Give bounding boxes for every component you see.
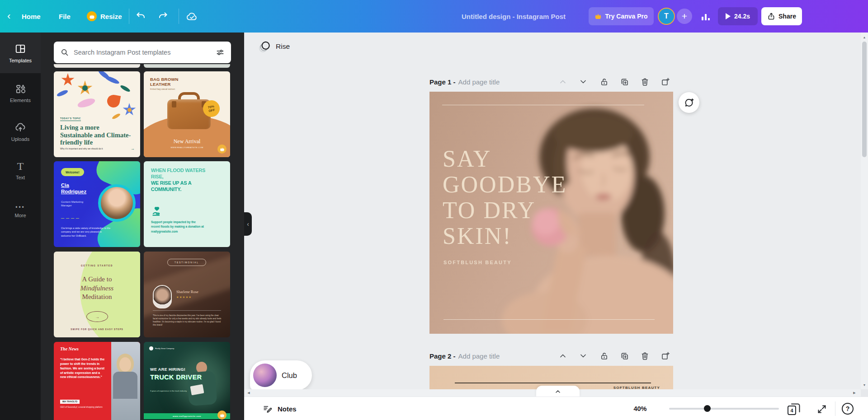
page2-title-placeholder[interactable]: Add page title [458,352,500,360]
scroll-down-arrow[interactable]: ▼ [861,381,868,388]
sidebar-item-elements[interactable]: Elements [0,73,41,112]
page1-add-page-button[interactable] [658,75,672,88]
template-tag: TODAY'S TOPIC [60,117,81,121]
page1-delete-button[interactable] [638,75,651,88]
sidebar-item-label: More [14,213,26,218]
page1-label[interactable]: Page 1 - [429,78,456,86]
fullscreen-button[interactable] [816,404,827,415]
template-thumbnail-sustainable[interactable]: TODAY'S TOPIC Living a more Sustainable … [54,71,140,157]
text-icon: T [17,161,24,172]
bar-chart-icon [708,18,710,20]
insights-button[interactable] [697,8,714,24]
design-page-1[interactable]: SAY GOODBYE TO DRY SKIN! SOFTBLUSH BEAUT… [429,92,673,334]
leaf-shape [56,89,68,98]
animation-label: Rise [276,42,290,51]
filter-icon[interactable] [216,48,225,57]
template-thumbnail-partial[interactable] [144,64,230,68]
add-member-button[interactable]: + [677,9,692,24]
template-body: Support people impacted by the recent fl… [151,220,205,234]
template-thumbnail-mindfulness[interactable]: GETTING STARTED A Guide to Mindfulness M… [54,252,140,337]
zoom-percentage[interactable]: 40% [627,397,654,420]
sidebar-item-text[interactable]: T Text [0,151,41,190]
share-upload-icon [767,12,775,20]
template-thumbnail-news[interactable]: The News “I believe that Gen-Z holds the… [54,342,140,420]
resize-button[interactable]: Resize [87,0,122,33]
divider-dashes: — — — — [61,216,80,219]
file-menu-button[interactable]: File [59,0,71,33]
duration-label: 24.2s [734,13,750,20]
add-page-icon [660,77,670,87]
chevron-down-icon [579,351,588,360]
template-note: 3 years of experience in the truck indus… [150,390,191,393]
profile-photo [98,184,136,222]
redo-icon [157,11,168,22]
page-count-button[interactable]: 4 [788,403,801,415]
scroll-right-arrow[interactable]: ▶ [851,389,858,397]
page2-add-page-button[interactable] [658,350,672,362]
page2-lock-button[interactable] [597,350,611,362]
club-avatar [253,364,277,387]
share-button[interactable]: Share [761,7,802,25]
page1-title-placeholder[interactable]: Add page title [458,78,500,86]
sidebar-item-label: Uploads [11,136,29,142]
page2-move-down-button[interactable] [576,350,590,362]
play-icon [726,13,731,19]
template-thumbnail-testimonial[interactable]: TESTIMONIAL Sharlene Rose ★★★★★ This is … [144,252,230,337]
sidebar-item-templates[interactable]: Templates [0,33,41,73]
title-line: Mindfulness [80,285,113,292]
page1-move-up-button[interactable] [556,75,570,88]
bottombar-divider [835,401,835,416]
page2-move-up-button[interactable] [556,350,570,362]
panel-collapse-handle[interactable]: ‹ [244,212,252,236]
save-status-button[interactable] [185,0,198,33]
template-body: This is one of my favorite discoveries t… [153,314,222,327]
help-button[interactable]: ? [842,403,854,415]
attribution: CEO of SecondLyf, a social shopping plat… [60,406,105,409]
vertical-scroll-thumb[interactable] [862,42,867,157]
decorative-line [443,319,655,320]
page1-lock-button[interactable] [597,75,611,88]
person-name: Sharlene Rose [176,289,198,294]
animation-style-chip[interactable]: Rise [258,39,290,54]
present-duration-button[interactable]: 24.2s [718,7,758,25]
vertical-scrollbar[interactable]: ▲ ▼ [861,33,868,389]
try-canva-pro-button[interactable]: Try Canva Pro [589,7,654,25]
notes-button[interactable]: Notes [262,397,297,420]
template-thumbnail-truck[interactable]: Really Great Company WE ARE HIRING! TRUC… [144,342,230,420]
template-thumbnail-flood[interactable]: WHEN FLOOD WATERS RISE, WE RISE UP AS A … [144,161,230,247]
search-input[interactable]: Search Instagram Post templates [54,42,231,63]
hide-bottom-bar-button[interactable] [536,386,580,397]
design-title[interactable]: Untitled design - Instagram Post [446,0,581,33]
club-bubble[interactable]: Club [250,360,312,390]
page2-duplicate-button[interactable] [618,350,631,362]
page1-move-down-button[interactable] [576,75,590,88]
sidebar-item-uploads[interactable]: Uploads [0,112,41,151]
sidebar-item-more[interactable]: ••• More [0,190,41,233]
template-thumbnail-welcome[interactable]: Welcome! Cia Rodriguez Content Marketing… [54,161,140,247]
undo-button[interactable] [136,0,146,33]
template-thumbnail-bag[interactable]: BAG BROWN LEATHER limited bag casual wom… [144,71,230,157]
account-avatar[interactable]: T [658,8,675,25]
template-thumbnail-partial[interactable] [54,64,140,68]
hand-heart-icon [150,205,164,218]
page1-duplicate-button[interactable] [618,75,631,88]
share-label: Share [778,13,796,20]
welcome-badge: Welcome! [61,168,84,176]
chevron-up-icon [554,388,561,395]
bar-chart-icon [702,17,703,20]
page2-delete-button[interactable] [638,350,651,362]
page2-label[interactable]: Page 2 - [429,352,456,360]
home-button[interactable]: Home [22,0,41,33]
back-button[interactable]: ‹ [7,0,10,33]
zoom-slider-knob[interactable] [704,405,711,412]
scroll-up-arrow[interactable]: ▲ [861,33,868,41]
redo-button[interactable] [157,0,168,33]
page2-header: Page 2 - Add page title [429,349,500,363]
add-comment-button[interactable] [679,92,699,113]
duplicate-icon [620,77,629,87]
headline-line: SAY [443,146,567,172]
scroll-left-arrow[interactable]: ◀ [245,389,252,397]
crown-icon [594,13,602,20]
cloud-check-icon [185,10,198,23]
zoom-slider-track[interactable] [669,408,779,410]
